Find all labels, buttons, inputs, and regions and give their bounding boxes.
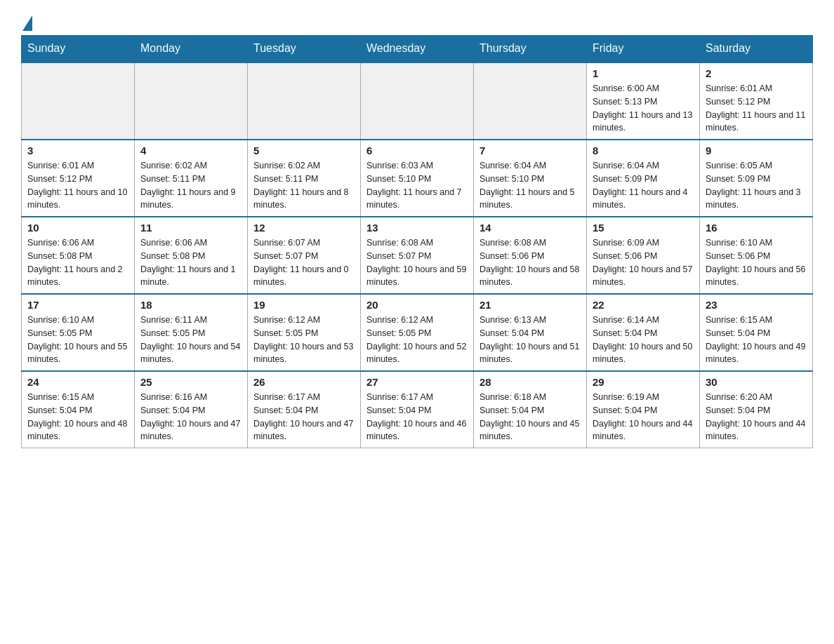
calendar-cell: 8Sunrise: 6:04 AMSunset: 5:09 PMDaylight… [587, 140, 700, 217]
calendar-cell: 11Sunrise: 6:06 AMSunset: 5:08 PMDayligh… [135, 217, 248, 294]
calendar-cell [248, 62, 361, 140]
day-number: 8 [593, 145, 694, 156]
day-number: 20 [366, 299, 468, 311]
day-info: Sunrise: 6:15 AMSunset: 5:04 PMDaylight:… [706, 314, 807, 366]
calendar-week-row: 17Sunrise: 6:10 AMSunset: 5:05 PMDayligh… [22, 294, 813, 371]
day-info: Sunrise: 6:10 AMSunset: 5:05 PMDaylight:… [27, 314, 128, 366]
calendar-cell: 23Sunrise: 6:15 AMSunset: 5:04 PMDayligh… [700, 294, 813, 371]
day-number: 19 [253, 299, 355, 311]
day-info: Sunrise: 6:18 AMSunset: 5:04 PMDaylight:… [479, 391, 581, 443]
day-number: 17 [27, 299, 128, 311]
weekday-header: Monday [135, 35, 248, 62]
calendar-cell: 4Sunrise: 6:02 AMSunset: 5:11 PMDaylight… [135, 140, 248, 217]
calendar-cell: 3Sunrise: 6:01 AMSunset: 5:12 PMDaylight… [22, 140, 135, 217]
calendar-cell: 22Sunrise: 6:14 AMSunset: 5:04 PMDayligh… [587, 294, 700, 371]
day-info: Sunrise: 6:06 AMSunset: 5:08 PMDaylight:… [27, 236, 128, 289]
calendar-cell: 21Sunrise: 6:13 AMSunset: 5:04 PMDayligh… [474, 294, 587, 371]
day-number: 14 [479, 222, 581, 234]
calendar-cell: 15Sunrise: 6:09 AMSunset: 5:06 PMDayligh… [587, 217, 700, 294]
logo [21, 14, 32, 28]
calendar-table: SundayMondayTuesdayWednesdayThursdayFrid… [21, 35, 813, 448]
day-number: 30 [706, 376, 807, 388]
day-info: Sunrise: 6:19 AMSunset: 5:04 PMDaylight:… [593, 391, 694, 443]
day-number: 27 [366, 376, 468, 388]
day-number: 2 [706, 67, 807, 79]
day-number: 11 [140, 222, 241, 234]
calendar-header-row: SundayMondayTuesdayWednesdayThursdayFrid… [22, 35, 813, 62]
day-info: Sunrise: 6:06 AMSunset: 5:08 PMDaylight:… [140, 236, 241, 289]
weekday-header: Friday [587, 35, 700, 62]
day-info: Sunrise: 6:11 AMSunset: 5:05 PMDaylight:… [140, 314, 241, 366]
page-header [21, 14, 813, 28]
day-info: Sunrise: 6:02 AMSunset: 5:11 PMDaylight:… [140, 159, 241, 212]
calendar-cell [135, 62, 248, 140]
day-info: Sunrise: 6:16 AMSunset: 5:04 PMDaylight:… [140, 391, 241, 443]
day-number: 1 [593, 67, 694, 79]
calendar-cell: 1Sunrise: 6:00 AMSunset: 5:13 PMDaylight… [587, 62, 700, 140]
weekday-header: Thursday [474, 35, 587, 62]
calendar-cell: 14Sunrise: 6:08 AMSunset: 5:06 PMDayligh… [474, 217, 587, 294]
day-number: 23 [706, 299, 807, 311]
day-number: 24 [27, 376, 128, 388]
calendar-cell: 29Sunrise: 6:19 AMSunset: 5:04 PMDayligh… [587, 371, 700, 448]
calendar-cell: 7Sunrise: 6:04 AMSunset: 5:10 PMDaylight… [474, 140, 587, 217]
calendar-cell: 2Sunrise: 6:01 AMSunset: 5:12 PMDaylight… [700, 62, 813, 140]
day-number: 15 [593, 222, 694, 234]
day-info: Sunrise: 6:14 AMSunset: 5:04 PMDaylight:… [593, 314, 694, 366]
weekday-header: Wednesday [361, 35, 474, 62]
day-number: 18 [140, 299, 241, 311]
calendar-cell: 16Sunrise: 6:10 AMSunset: 5:06 PMDayligh… [700, 217, 813, 294]
day-number: 4 [140, 145, 241, 156]
day-info: Sunrise: 6:09 AMSunset: 5:06 PMDaylight:… [593, 236, 694, 289]
day-number: 16 [706, 222, 807, 234]
calendar-cell: 6Sunrise: 6:03 AMSunset: 5:10 PMDaylight… [361, 140, 474, 217]
logo-triangle-icon [22, 15, 32, 31]
day-number: 26 [253, 376, 355, 388]
day-number: 7 [479, 145, 581, 156]
day-number: 5 [253, 145, 355, 156]
calendar-cell [361, 62, 474, 140]
calendar-cell: 20Sunrise: 6:12 AMSunset: 5:05 PMDayligh… [361, 294, 474, 371]
calendar-cell [474, 62, 587, 140]
weekday-header: Saturday [700, 35, 813, 62]
day-number: 9 [706, 145, 807, 156]
day-info: Sunrise: 6:12 AMSunset: 5:05 PMDaylight:… [366, 314, 468, 366]
day-number: 6 [366, 145, 468, 156]
day-number: 29 [593, 376, 694, 388]
calendar-week-row: 1Sunrise: 6:00 AMSunset: 5:13 PMDaylight… [22, 62, 813, 140]
calendar-cell: 25Sunrise: 6:16 AMSunset: 5:04 PMDayligh… [135, 371, 248, 448]
day-number: 10 [27, 222, 128, 234]
weekday-header: Tuesday [248, 35, 361, 62]
day-number: 12 [253, 222, 355, 234]
day-info: Sunrise: 6:08 AMSunset: 5:07 PMDaylight:… [366, 236, 468, 289]
calendar-cell: 5Sunrise: 6:02 AMSunset: 5:11 PMDaylight… [248, 140, 361, 217]
day-info: Sunrise: 6:08 AMSunset: 5:06 PMDaylight:… [479, 236, 581, 289]
calendar-cell: 26Sunrise: 6:17 AMSunset: 5:04 PMDayligh… [248, 371, 361, 448]
day-number: 3 [27, 145, 128, 156]
calendar-cell: 17Sunrise: 6:10 AMSunset: 5:05 PMDayligh… [22, 294, 135, 371]
day-info: Sunrise: 6:10 AMSunset: 5:06 PMDaylight:… [706, 236, 807, 289]
day-number: 22 [593, 299, 694, 311]
calendar-week-row: 3Sunrise: 6:01 AMSunset: 5:12 PMDaylight… [22, 140, 813, 217]
day-info: Sunrise: 6:20 AMSunset: 5:04 PMDaylight:… [706, 391, 807, 443]
calendar-week-row: 10Sunrise: 6:06 AMSunset: 5:08 PMDayligh… [22, 217, 813, 294]
calendar-cell: 9Sunrise: 6:05 AMSunset: 5:09 PMDaylight… [700, 140, 813, 217]
calendar-cell: 30Sunrise: 6:20 AMSunset: 5:04 PMDayligh… [700, 371, 813, 448]
day-info: Sunrise: 6:03 AMSunset: 5:10 PMDaylight:… [366, 159, 468, 212]
weekday-header: Sunday [22, 35, 135, 62]
calendar-cell [22, 62, 135, 140]
day-number: 21 [479, 299, 581, 311]
day-number: 13 [366, 222, 468, 234]
calendar-cell: 18Sunrise: 6:11 AMSunset: 5:05 PMDayligh… [135, 294, 248, 371]
calendar-cell: 12Sunrise: 6:07 AMSunset: 5:07 PMDayligh… [248, 217, 361, 294]
day-info: Sunrise: 6:12 AMSunset: 5:05 PMDaylight:… [253, 314, 355, 366]
day-info: Sunrise: 6:00 AMSunset: 5:13 PMDaylight:… [593, 82, 694, 135]
calendar-cell: 13Sunrise: 6:08 AMSunset: 5:07 PMDayligh… [361, 217, 474, 294]
day-info: Sunrise: 6:17 AMSunset: 5:04 PMDaylight:… [366, 391, 468, 443]
day-info: Sunrise: 6:15 AMSunset: 5:04 PMDaylight:… [27, 391, 128, 443]
calendar-cell: 10Sunrise: 6:06 AMSunset: 5:08 PMDayligh… [22, 217, 135, 294]
day-number: 25 [140, 376, 241, 388]
calendar-cell: 24Sunrise: 6:15 AMSunset: 5:04 PMDayligh… [22, 371, 135, 448]
day-info: Sunrise: 6:01 AMSunset: 5:12 PMDaylight:… [706, 82, 807, 135]
day-info: Sunrise: 6:05 AMSunset: 5:09 PMDaylight:… [706, 159, 807, 212]
